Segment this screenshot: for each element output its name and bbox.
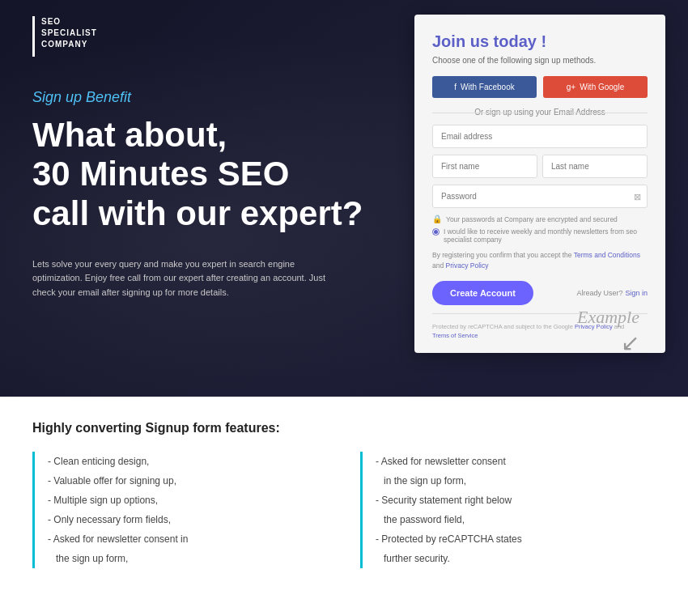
facebook-button[interactable]: f With Facebook bbox=[432, 76, 537, 98]
feature-item: in the sign up form, bbox=[376, 471, 656, 491]
logo: SEO SPECIALIST COMPANY bbox=[32, 16, 97, 57]
already-user-text: Already User? Sign in bbox=[576, 289, 648, 297]
feature-item: the password field, bbox=[376, 510, 656, 529]
feature-item: - Only necessary form fields, bbox=[48, 510, 328, 529]
terms-link[interactable]: Terms and Conditions bbox=[574, 251, 640, 259]
email-divider: Or sign up using your Email Address bbox=[432, 108, 648, 117]
firstname-input[interactable] bbox=[432, 155, 537, 178]
password-wrapper: ⊠ bbox=[432, 185, 648, 208]
features-title: Highly converting Signup form features: bbox=[32, 421, 656, 435]
example-area: Example ↙ bbox=[577, 307, 639, 356]
google-icon: g+ bbox=[567, 83, 575, 91]
features-col-1: - Clean enticing design, - Valuable offe… bbox=[32, 452, 328, 568]
password-visibility-icon[interactable]: ⊠ bbox=[634, 191, 641, 202]
social-buttons: f With Facebook g+ With Google bbox=[432, 76, 648, 98]
logo-text: SEO SPECIALIST COMPANY bbox=[41, 16, 97, 50]
feature-item: - Valuable offer for signing up, bbox=[48, 471, 328, 491]
features-grid: - Clean enticing design, - Valuable offe… bbox=[32, 452, 656, 568]
feature-item: - Multiple sign up options, bbox=[48, 491, 328, 510]
create-account-button[interactable]: Create Account bbox=[432, 281, 533, 305]
feature-item: the sign up form, bbox=[48, 549, 328, 568]
hero-description: Lets solve your every query and make you… bbox=[32, 257, 340, 300]
card-subtitle: Choose one of the following sign up meth… bbox=[432, 56, 648, 65]
card-bottom-row: Create Account Already User? Sign in bbox=[432, 281, 648, 305]
feature-item: - Security statement right below bbox=[376, 491, 656, 510]
newsletter-note: I would like to receive weekly and month… bbox=[432, 227, 648, 244]
terms-of-service-link[interactable]: Trems of Service bbox=[432, 332, 478, 339]
feature-item: - Protected by reCAPTCHA states bbox=[376, 529, 656, 549]
feature-item: further security. bbox=[376, 549, 656, 568]
example-arrow: ↙ bbox=[577, 329, 639, 356]
signin-link[interactable]: Sign in bbox=[625, 289, 648, 297]
features-section: Highly converting Signup form features: … bbox=[0, 397, 688, 616]
hero-title: What about,30 Minutes SEOcall with our e… bbox=[32, 116, 372, 233]
google-button[interactable]: g+ With Google bbox=[543, 76, 648, 98]
signup-card: Join us today ! Choose one of the follow… bbox=[414, 15, 665, 353]
terms-text: By registering you confirm that you acce… bbox=[432, 250, 648, 271]
feature-item: - Asked for newsletter consent in bbox=[48, 529, 328, 549]
card-title: Join us today ! bbox=[432, 32, 648, 51]
lock-icon: 🔒 bbox=[432, 215, 442, 223]
facebook-icon: f bbox=[454, 83, 457, 91]
email-input[interactable] bbox=[432, 125, 648, 148]
example-label: Example bbox=[577, 307, 639, 328]
feature-item: - Asked for newsletter consent bbox=[376, 452, 656, 471]
newsletter-radio[interactable] bbox=[432, 228, 440, 236]
hero-subtitle: Sign up Benefit bbox=[32, 89, 372, 106]
password-input[interactable] bbox=[432, 185, 648, 208]
hero-section: SEO SPECIALIST COMPANY Sign up Benefit W… bbox=[0, 0, 688, 397]
lastname-input[interactable] bbox=[542, 155, 648, 178]
privacy-policy-link[interactable]: Privacy Policy bbox=[446, 261, 489, 270]
logo-bar bbox=[32, 16, 35, 57]
security-note: 🔒 Your passwords at Company are encrypte… bbox=[432, 215, 648, 223]
hero-content: Sign up Benefit What about,30 Minutes SE… bbox=[32, 89, 372, 300]
features-col-2: - Asked for newsletter consent in the si… bbox=[360, 452, 656, 568]
name-row bbox=[432, 155, 648, 178]
feature-item: - Clean enticing design, bbox=[48, 452, 328, 471]
radio-inner bbox=[434, 230, 438, 234]
